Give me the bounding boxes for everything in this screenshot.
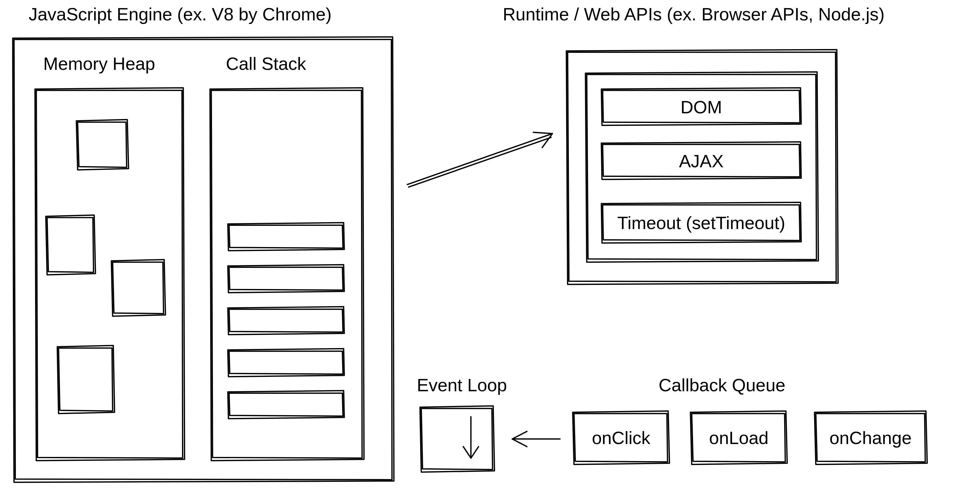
arrow-engine-to-webapis xyxy=(407,132,552,187)
callback-item-onchange: onChange xyxy=(815,411,927,464)
callback-item-onclick: onClick xyxy=(573,411,670,464)
webapi-item-ajax: AJAX xyxy=(601,142,801,179)
memory-heap-label: Memory Heap xyxy=(43,54,155,74)
callback-queue-label: Callback Queue xyxy=(659,375,785,395)
webapi-item-timeout: Timeout (setTimeout) xyxy=(601,202,801,243)
webapi-item-dom: DOM xyxy=(601,88,801,125)
callback-item-label: onChange xyxy=(829,428,912,448)
stack-frame xyxy=(228,265,344,293)
heap-object xyxy=(57,345,115,413)
event-loop-label: Event Loop xyxy=(417,375,507,395)
callback-item-onload: onLoad xyxy=(690,411,787,464)
call-stack-label: Call Stack xyxy=(226,54,306,74)
stack-frame xyxy=(228,349,344,376)
arrow-queue-to-loop xyxy=(512,432,560,447)
webapi-item-label: AJAX xyxy=(679,151,724,171)
heap-object xyxy=(76,120,129,170)
stack-frame xyxy=(228,307,344,335)
webapi-item-label: DOM xyxy=(681,97,722,117)
callback-item-label: onLoad xyxy=(709,428,768,448)
runtime-title: Runtime / Web APIs (ex. Browser APIs, No… xyxy=(503,4,885,24)
js-event-loop-diagram: JavaScript Engine (ex. V8 by Chrome) Mem… xyxy=(0,0,980,490)
stack-frame xyxy=(228,390,344,419)
heap-object xyxy=(111,260,165,316)
engine-title: JavaScript Engine (ex. V8 by Chrome) xyxy=(29,4,331,24)
call-stack-box xyxy=(210,88,364,461)
webapi-item-label: Timeout (setTimeout) xyxy=(617,213,785,233)
event-loop-box xyxy=(420,406,495,472)
stack-frame xyxy=(228,223,344,251)
callback-item-label: onClick xyxy=(592,428,651,448)
heap-object xyxy=(46,215,95,275)
